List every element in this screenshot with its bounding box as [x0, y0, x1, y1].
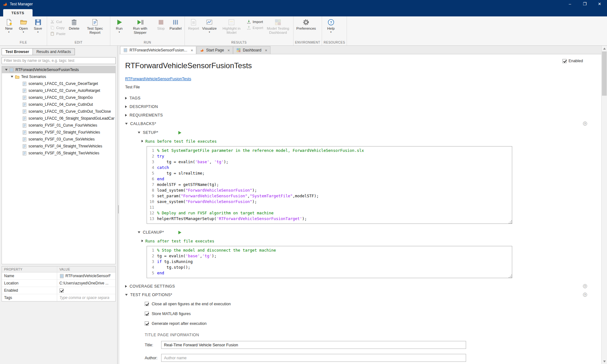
section-cleanup[interactable]: CLEANUP*	[138, 228, 601, 237]
checkbox-icon[interactable]	[145, 302, 149, 306]
toolbar-stop-button: Stop	[154, 17, 168, 41]
tree-item-label: scenario_LFACC_04_Curve_CutInOut	[28, 102, 93, 107]
code-line: 11	[147, 205, 509, 210]
toolbar-import-button[interactable]: Import	[245, 19, 264, 25]
filter-input[interactable]	[2, 57, 116, 64]
highlight-icon	[228, 19, 235, 26]
cleanup-hint[interactable]: Runs after test file executes	[142, 237, 601, 245]
setup-hint[interactable]: Runs before test file executes	[142, 137, 601, 145]
run-setup-button[interactable]	[177, 130, 182, 135]
help-icon[interactable]: ?	[583, 121, 587, 126]
help-icon[interactable]: ?	[583, 284, 587, 289]
doc-tab-start-page[interactable]: Start Page×	[197, 46, 233, 54]
vertical-scrollbar[interactable]	[601, 46, 607, 364]
toolbar-open-button[interactable]: Open▾	[16, 17, 31, 41]
test-file-link[interactable]: RTForwardVehicleSensorFusionTests	[125, 77, 191, 81]
run-cleanup-button[interactable]	[177, 230, 182, 235]
section-test-file-options[interactable]: TEST FILE OPTIONS* ?	[125, 290, 601, 299]
tree-item-scenario[interactable]: scenario_LFACC_05_Curve_CutInOut_TooClos…	[2, 108, 115, 115]
cleanup-code-editor[interactable]: 1% Stop the model and disconnect the tar…	[147, 246, 512, 278]
close-icon[interactable]: ×	[228, 48, 230, 52]
toolbar-help-button[interactable]: ?Help▾	[324, 17, 338, 41]
tree-item-scenario[interactable]: scenario_FVSF_02_Straight_FourVehicles	[2, 129, 115, 136]
doc-tab-dashboard[interactable]: Dashboard×	[233, 46, 270, 54]
author-input[interactable]	[161, 354, 466, 362]
expand-arrow-icon[interactable]	[5, 69, 8, 71]
minimize-button[interactable]: –	[562, 0, 577, 8]
section-label: COVERAGE SETTINGS	[130, 284, 175, 289]
section-tags[interactable]: TAGS	[125, 94, 601, 102]
tree-item-scenario[interactable]: scenario_FVSF_03_Curve_SixVehicles	[2, 136, 115, 143]
maximize-button[interactable]: ❐	[577, 0, 592, 8]
expand-arrow-icon[interactable]	[11, 76, 13, 78]
toolbar-test-spec-report-button[interactable]: Test Spec Report	[81, 17, 108, 41]
tree-item-test-scenarios[interactable]: Test Scenarios	[2, 73, 115, 80]
tab-tests[interactable]: TESTS	[3, 9, 33, 16]
option-store-matlab-figures[interactable]: Store MATLAB figures	[145, 309, 601, 319]
resize-grip-icon[interactable]	[510, 222, 511, 222]
toolbar-save-button[interactable]: Save▾	[31, 17, 45, 41]
checkbox-icon[interactable]	[59, 289, 64, 293]
section-description[interactable]: DESCRIPTION	[125, 102, 601, 111]
scroll-up-button[interactable]	[602, 46, 607, 51]
scroll-down-button[interactable]	[602, 359, 607, 364]
tab-results-and-artifacts[interactable]: Results and Artifacts	[33, 48, 75, 55]
tree-item-scenario[interactable]: scenario_LFACC_06_Straight_StopandGoLead…	[2, 115, 115, 122]
toolbar-run-with-stepper-button[interactable]: Run with Stepper	[126, 17, 154, 41]
code-line: 3 tg = evalin('base', 'tg');	[147, 159, 509, 165]
property-value-cell[interactable]: Type comma or space separa	[57, 294, 115, 301]
parallel-icon	[172, 19, 179, 26]
option-close-all-open-figures-at-the-end-of-execution[interactable]: Close all open figures at the end of exe…	[145, 299, 601, 309]
checkbox-icon[interactable]	[145, 312, 149, 316]
code-text: save_system("ForwardVehicleSensorFusion"…	[157, 199, 257, 205]
toolbar-delete-button[interactable]: Delete	[67, 17, 81, 41]
doc-tab-rtforwardvehiclesensorfusion[interactable]: RTForwardVehicleSensorFusion...×	[120, 46, 196, 54]
tab-test-browser[interactable]: Test Browser	[2, 48, 33, 55]
code-line: 4catch	[147, 165, 509, 170]
tree-item-scenario[interactable]: scenario_FVSF_01_Curve_FourVehicles	[2, 122, 115, 129]
line-number: 1	[147, 148, 157, 153]
property-value-cell[interactable]: RTForwardVehicleSensorF	[57, 272, 115, 279]
code-text: helperRTTestManagerSetup('RTForwardVehic…	[157, 216, 307, 222]
toolbar-section-resources: ?Help▾RESOURCES	[322, 16, 347, 45]
tree-item-scenario[interactable]: scenario_LFACC_03_Curve_StopnGo	[2, 94, 115, 101]
resize-grip-icon[interactable]	[510, 276, 511, 277]
tree-item-scenario[interactable]: scenario_LFACC_01_Curve_DecelTarget	[2, 80, 115, 87]
help-icon[interactable]: ?	[583, 292, 587, 297]
section-coverage-settings[interactable]: COVERAGE SETTINGS ?	[125, 282, 601, 290]
property-value-cell[interactable]	[57, 287, 115, 294]
option-generate-report-after-execution[interactable]: Generate report after execution	[145, 319, 601, 328]
close-button[interactable]: ✕	[592, 0, 607, 8]
tree-item-root[interactable]: RTForwardVehicleSensorFusionTests	[2, 66, 115, 73]
section-setup[interactable]: SETUP*	[138, 128, 601, 137]
toolbar-preferences-button[interactable]: Preferences	[295, 17, 317, 41]
tree-item-scenario[interactable]: scenario_LFACC_02_Curve_AutoRetarget	[2, 87, 115, 94]
toolbar-visualize-button[interactable]: Visualize▾	[201, 17, 218, 41]
tree-item-scenario[interactable]: scenario_FVSF_04_Straight_ThreeVehicles	[2, 143, 115, 150]
dropdown-caret-icon: ▾	[330, 31, 331, 33]
close-icon[interactable]: ×	[191, 48, 193, 52]
cut-icon	[50, 19, 55, 24]
property-value-cell[interactable]: C:\Users\azsyed\OneDrive ...	[57, 280, 115, 287]
window-title: Test Manager	[10, 2, 33, 6]
checkbox-icon[interactable]	[145, 321, 149, 325]
section-callbacks[interactable]: CALLBACKS* ?	[125, 119, 601, 128]
title-input[interactable]	[161, 341, 466, 349]
section-requirements[interactable]: REQUIREMENTS	[125, 111, 601, 119]
code-text: modelSTF = getSTFName(tg);	[157, 182, 219, 188]
section-label: TEST FILE OPTIONS*	[130, 293, 172, 297]
toolbar-parallel-button[interactable]: Parallel	[168, 17, 183, 41]
tree-item-scenario[interactable]: scenario_FVSF_05_Straight_TwoVehicles	[2, 150, 115, 157]
enabled-checkbox[interactable]: Enabled	[562, 59, 583, 63]
close-icon[interactable]: ×	[265, 48, 267, 52]
toolbar-new-button[interactable]: New▾	[2, 17, 16, 41]
tree-item-scenario[interactable]: scenario_LFACC_04_Curve_CutInOut	[2, 101, 115, 108]
scrollbar-thumb[interactable]	[602, 51, 607, 96]
toolbar-run-button[interactable]: Run▾	[112, 17, 126, 41]
code-text: % Deploy and run FVSF algorithm on targe…	[157, 210, 274, 216]
doc-tab-label: Start Page	[206, 48, 224, 52]
code-text: tg = slrealtime;	[157, 170, 205, 176]
setup-code-editor[interactable]: 1% Set SystemTargetFile parameter in the…	[147, 146, 512, 224]
button-label: Parallel	[169, 27, 181, 31]
code-line: 4 tg.stop();	[147, 265, 509, 270]
